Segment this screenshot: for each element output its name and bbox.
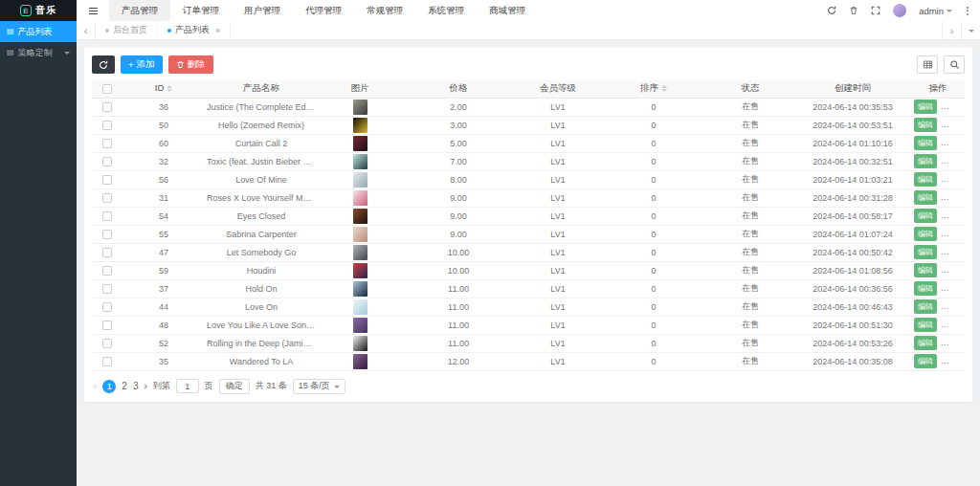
delete-button[interactable]: 删除 xyxy=(942,99,965,114)
app-logo[interactable]: E 音乐 xyxy=(0,0,77,21)
edit-button[interactable]: 编辑 xyxy=(914,190,937,205)
row-checkbox[interactable] xyxy=(102,266,112,276)
page-jump-confirm-button[interactable]: 确定 xyxy=(219,379,250,394)
sidebar-item[interactable]: ▤ 产品列表 xyxy=(0,21,77,42)
album-thumbnail[interactable] xyxy=(353,99,368,115)
tab[interactable]: 产品列表 × xyxy=(158,21,231,39)
delete-button[interactable]: 删除 xyxy=(942,299,965,314)
row-checkbox[interactable] xyxy=(102,339,112,348)
row-checkbox[interactable] xyxy=(102,157,112,166)
album-thumbnail[interactable] xyxy=(353,136,368,151)
edit-button[interactable]: 编辑 xyxy=(914,336,937,350)
search-button[interactable] xyxy=(944,55,965,74)
delete-button[interactable]: 删除 xyxy=(942,227,965,241)
album-thumbnail[interactable] xyxy=(353,263,368,278)
edit-button[interactable]: 编辑 xyxy=(914,154,937,168)
row-checkbox[interactable] xyxy=(102,284,112,294)
edit-button[interactable]: 编辑 xyxy=(914,281,937,296)
column-header[interactable]: 会员等级 xyxy=(515,80,601,98)
column-header[interactable]: 图片 xyxy=(318,80,402,98)
edit-button[interactable]: 编辑 xyxy=(914,209,937,223)
per-page-select[interactable]: 15 条/页 xyxy=(293,379,345,394)
delete-button[interactable]: 删除 xyxy=(942,263,965,277)
tabs-scroll-right-icon[interactable]: › xyxy=(942,21,961,39)
edit-button[interactable]: 编辑 xyxy=(914,118,937,132)
column-header[interactable]: 排序 xyxy=(601,80,706,98)
fullscreen-icon[interactable] xyxy=(871,6,880,15)
row-checkbox[interactable] xyxy=(102,211,112,221)
delete-button[interactable]: 删除 xyxy=(942,190,965,205)
top-nav-item[interactable]: 常规管理 xyxy=(354,0,415,21)
edit-button[interactable]: 编辑 xyxy=(914,354,937,368)
delete-button[interactable]: 删除 xyxy=(942,118,965,132)
row-checkbox[interactable] xyxy=(102,175,112,185)
column-header[interactable]: 创建时间 xyxy=(794,80,911,98)
album-thumbnail[interactable] xyxy=(353,336,368,351)
refresh-button[interactable] xyxy=(92,55,115,74)
column-header[interactable]: 产品名称 xyxy=(205,80,318,98)
tabs-scroll-left-icon[interactable]: ‹ xyxy=(77,21,96,39)
edit-button[interactable]: 编辑 xyxy=(914,245,937,259)
batch-delete-button[interactable]: 删除 xyxy=(168,55,213,74)
tabs-menu-icon[interactable] xyxy=(961,21,980,39)
add-button[interactable]: + 添加 xyxy=(121,55,163,74)
album-thumbnail[interactable] xyxy=(353,299,368,315)
edit-button[interactable]: 编辑 xyxy=(914,172,937,187)
column-header[interactable]: ID xyxy=(122,80,205,98)
column-header[interactable]: 价格 xyxy=(402,80,515,98)
column-header[interactable]: 状态 xyxy=(706,80,794,98)
row-checkbox[interactable] xyxy=(102,357,112,366)
page-number[interactable]: 2 xyxy=(122,381,127,391)
top-nav-item[interactable]: 商城管理 xyxy=(477,0,538,21)
row-checkbox[interactable] xyxy=(102,121,112,130)
sidebar-item[interactable]: ▤ 策略定制 xyxy=(0,42,77,63)
album-thumbnail[interactable] xyxy=(353,318,368,333)
row-checkbox[interactable] xyxy=(102,193,112,203)
tab-close-icon[interactable]: × xyxy=(215,26,220,35)
row-checkbox[interactable] xyxy=(102,248,112,257)
tab[interactable]: 后台首页 xyxy=(96,21,158,39)
album-thumbnail[interactable] xyxy=(353,227,368,242)
row-checkbox[interactable] xyxy=(102,102,112,112)
page-next-icon[interactable]: › xyxy=(144,381,146,391)
album-thumbnail[interactable] xyxy=(353,190,368,206)
page-prev-icon[interactable]: ‹ xyxy=(94,381,97,391)
delete-button[interactable]: 删除 xyxy=(942,336,965,350)
page-number[interactable]: 3 xyxy=(133,381,139,391)
delete-button[interactable]: 删除 xyxy=(942,245,965,259)
album-thumbnail[interactable] xyxy=(353,354,368,369)
album-thumbnail[interactable] xyxy=(353,172,368,188)
delete-button[interactable]: 删除 xyxy=(942,172,965,187)
edit-button[interactable]: 编辑 xyxy=(914,227,937,241)
user-menu[interactable]: admin xyxy=(919,6,952,16)
clear-cache-icon[interactable] xyxy=(849,6,858,15)
page-number[interactable]: 1 xyxy=(102,380,116,393)
page-jump-input[interactable] xyxy=(176,379,199,393)
top-nav-item[interactable]: 订单管理 xyxy=(170,0,232,21)
avatar[interactable] xyxy=(893,4,906,17)
refresh-icon[interactable] xyxy=(827,6,836,15)
top-nav-item[interactable]: 用户管理 xyxy=(232,0,293,21)
delete-button[interactable]: 删除 xyxy=(942,318,965,332)
top-nav-item[interactable]: 系统管理 xyxy=(415,0,477,21)
sort-icons[interactable] xyxy=(661,82,667,95)
edit-button[interactable]: 编辑 xyxy=(914,99,937,114)
edit-button[interactable]: 编辑 xyxy=(914,318,937,332)
row-checkbox[interactable] xyxy=(102,139,112,148)
delete-button[interactable]: 删除 xyxy=(942,281,965,296)
column-header[interactable]: 操作 xyxy=(911,80,965,98)
menu-toggle-icon[interactable] xyxy=(77,0,109,21)
album-thumbnail[interactable] xyxy=(353,281,368,297)
album-thumbnail[interactable] xyxy=(353,209,368,224)
edit-button[interactable]: 编辑 xyxy=(914,136,937,150)
delete-button[interactable]: 删除 xyxy=(942,209,965,223)
delete-button[interactable]: 删除 xyxy=(942,154,965,168)
select-all-checkbox[interactable] xyxy=(102,84,112,94)
album-thumbnail[interactable] xyxy=(353,245,368,260)
row-checkbox[interactable] xyxy=(102,320,112,330)
top-nav-item[interactable]: 产品管理 xyxy=(109,0,170,21)
row-checkbox[interactable] xyxy=(102,230,112,239)
sort-icons[interactable] xyxy=(167,82,172,95)
more-icon[interactable] xyxy=(965,5,970,17)
album-thumbnail[interactable] xyxy=(353,154,368,169)
